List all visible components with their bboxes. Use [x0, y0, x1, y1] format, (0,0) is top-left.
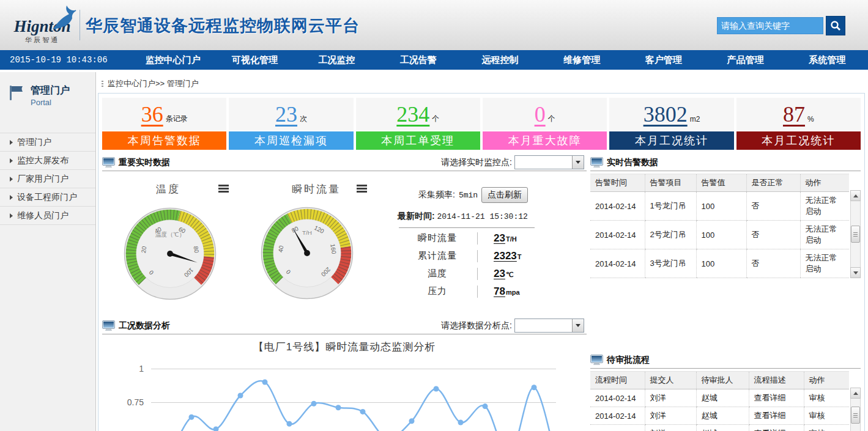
table-row: 2014-02-14刘洋赵城查看详细审核	[590, 425, 849, 431]
view-detail-link[interactable]: 查看详细	[749, 407, 804, 425]
chart-title: 【电厂1号线】瞬时流量动态监测分析	[102, 340, 587, 354]
nav-item-monitor-center[interactable]: 监控中心门户	[132, 54, 214, 66]
alarm-table-wrap: 告警时间 告警项目 告警值 是否正常 动作 2014-02-141号龙门吊100…	[590, 174, 861, 278]
sidebar-item-label: 设备工程师门户	[17, 188, 77, 206]
stat-card-monthly-condition-m2[interactable]: 3802m2 本月工况统计	[609, 98, 733, 150]
stat-card-weekly-alarms[interactable]: 36条记录 本周告警数据	[102, 98, 226, 150]
audit-link[interactable]: 审核	[804, 389, 849, 407]
sidebar-item-engineer-portal[interactable]: 设备工程师门户	[0, 188, 95, 206]
arrow-right-icon	[10, 213, 13, 218]
table-row: 2014-02-143号龙门吊100否无法正常启动	[590, 249, 849, 278]
arrow-right-icon	[10, 195, 13, 200]
chart-menu-icon[interactable]	[357, 185, 367, 194]
scroll-track[interactable]	[850, 201, 861, 267]
refresh-button[interactable]: 点击刷新	[481, 187, 528, 203]
metric-label: 压力	[398, 285, 477, 297]
stat-card-weekly-inspection[interactable]: 23次 本周巡检漏项	[229, 98, 353, 150]
nav-item-maintenance[interactable]: 维修管理	[541, 54, 623, 66]
stat-card-weekly-workorders[interactable]: 234个 本周工单受理	[356, 98, 480, 150]
metric-value: 2323T	[477, 250, 522, 262]
gauge-title-flow: 瞬时流量	[292, 182, 341, 196]
gauge-unit-label: T/H	[302, 229, 312, 236]
nav-item-remote-control[interactable]: 远程控制	[459, 54, 541, 66]
sidebar-item-repair-portal[interactable]: 维修人员门户	[0, 206, 95, 225]
metrics-list: 瞬时流量 23T/H 累计流量 2323T 温度 23℃ 压力	[398, 229, 581, 300]
nav-timestamp: 2015-10-19 10:43:06	[0, 55, 132, 65]
svg-text:40: 40	[277, 245, 285, 252]
metric-label: 温度	[398, 268, 477, 279]
stat-card-monthly-condition-pct[interactable]: 87% 本月工况统计	[736, 98, 861, 150]
scroll-track[interactable]	[850, 399, 861, 431]
nav-item-product[interactable]: 产品管理	[705, 54, 787, 66]
search-button[interactable]	[826, 16, 845, 35]
breadcrumb-icon	[102, 81, 103, 87]
analysis-section-header: 工况数据分析 请选择数据分析点:	[102, 317, 587, 334]
stat-label: 本月工况统计	[736, 131, 861, 150]
stat-cards: 36条记录 本周告警数据 23次 本周巡检漏项 234个 本周工单受理 0个 本…	[98, 94, 864, 150]
view-detail-link[interactable]: 查看详细	[749, 389, 804, 407]
nav-item-system[interactable]: 系统管理	[786, 54, 868, 66]
sidebar-item-screen-publish[interactable]: 监控大屏发布	[0, 151, 95, 169]
logo: Hignton 华辰智通	[6, 4, 78, 45]
scroll-down-button[interactable]	[850, 267, 861, 278]
arrow-right-icon	[10, 158, 13, 163]
stat-unit: 次	[300, 114, 307, 124]
monitor-icon	[102, 320, 115, 331]
flag-icon	[9, 84, 24, 101]
monitor-point-select[interactable]	[514, 155, 584, 169]
stat-value: 3802	[644, 102, 688, 127]
sidebar-item-label: 监控大屏发布	[17, 152, 69, 169]
sidebar-item-factory-portal[interactable]: 厂家用户门户	[0, 169, 95, 188]
col-header: 流程时间	[590, 372, 645, 389]
audit-link[interactable]: 审核	[804, 425, 849, 431]
sidebar-menu: 管理门户 监控大屏发布 厂家用户门户 设备工程师门户 维修人员门户	[0, 133, 95, 225]
gauge-title-temperature: 温度	[156, 182, 180, 196]
sidebar: 管理门户 Portal 管理门户 监控大屏发布 厂家用户门户 设备工程师门户 维…	[0, 72, 96, 431]
col-header: 是否正常	[746, 174, 800, 192]
scroll-thumb[interactable]	[851, 407, 860, 424]
stat-unit: 条记录	[166, 114, 188, 124]
stat-label: 本月工况统计	[609, 131, 733, 150]
table-scrollbar[interactable]	[850, 388, 861, 431]
view-detail-link[interactable]: 查看详细	[749, 425, 804, 431]
scroll-thumb[interactable]	[851, 226, 860, 243]
analysis-point-select[interactable]	[514, 319, 584, 333]
stat-card-monthly-failures[interactable]: 0个 本月重大故障	[483, 98, 607, 150]
stat-value: 23	[275, 102, 297, 127]
flow-gauge: T/H 0 40 80 120 160 200	[261, 207, 354, 300]
col-header: 动作	[800, 174, 849, 192]
col-header: 流程描述	[749, 372, 804, 389]
alarm-table: 告警时间 告警项目 告警值 是否正常 动作 2014-02-141号龙门吊100…	[590, 174, 849, 278]
arrow-down-icon	[853, 271, 858, 274]
search-bar	[717, 16, 845, 35]
metric-value: 23T/H	[477, 232, 517, 245]
chart-menu-icon[interactable]	[218, 185, 229, 194]
nav-item-customer[interactable]: 客户管理	[623, 54, 705, 66]
monitor-icon	[590, 355, 603, 365]
scroll-up-button[interactable]	[850, 190, 861, 201]
svg-text:20: 20	[140, 245, 148, 253]
page-title: 华辰智通设备远程监控物联网云平台	[86, 15, 360, 37]
stat-unit: m2	[690, 115, 700, 123]
chevron-down-icon	[576, 324, 581, 327]
deer-logo-icon	[50, 5, 80, 31]
sidebar-item-admin-portal[interactable]: 管理门户	[0, 133, 95, 151]
col-header: 动作	[804, 372, 849, 389]
nav-item-condition-alarm[interactable]: 工况告警	[377, 54, 459, 66]
divider	[399, 227, 535, 228]
freq-label: 采集频率:	[418, 190, 455, 201]
breadcrumb-text: 监控中心门户>> 管理门户	[108, 78, 199, 89]
audit-link[interactable]: 审核	[804, 407, 849, 425]
freq-value: 5min	[459, 191, 478, 200]
nav-item-condition-monitor[interactable]: 工况监控	[295, 54, 377, 66]
table-scrollbar[interactable]	[850, 190, 861, 278]
approval-table-wrap: 流程时间 提交人 待审批人 流程描述 动作 2014-02-14刘洋赵城查看详细…	[590, 371, 861, 431]
nav-item-visualization[interactable]: 可视化管理	[214, 54, 296, 66]
search-icon	[830, 20, 841, 31]
section-title: 工况数据分析	[119, 320, 170, 331]
stat-label: 本周工单受理	[356, 131, 480, 150]
portal-subtitle: Portal	[31, 98, 70, 107]
logo-divider	[80, 10, 80, 40]
search-input[interactable]	[717, 17, 823, 34]
scroll-up-button[interactable]	[850, 388, 861, 399]
